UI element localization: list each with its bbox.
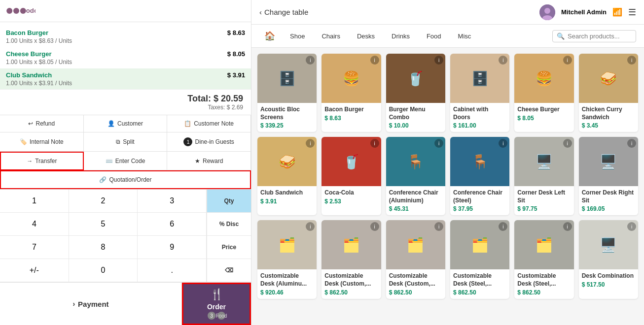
order-line-name: Cheese Burger <box>6 50 51 58</box>
category-bar: 🏠 Shoe Chairs Desks Drinks Food Misc 🔍 <box>251 25 644 48</box>
product-info-icon[interactable]: i <box>370 56 379 65</box>
num-key-9[interactable]: 9 <box>138 236 207 259</box>
quotation-order-button[interactable]: 🔗 Quotation/Order <box>0 170 251 189</box>
product-name: Customizable Desk (Steel,... <box>450 269 509 289</box>
product-card[interactable]: 🖥️ i Corner Desk Left Sit $ 97.75 <box>514 137 573 215</box>
product-name: Corner Desk Left Sit <box>514 186 573 205</box>
product-price: $ 862.50 <box>322 289 381 299</box>
split-icon: ⧉ <box>116 138 120 145</box>
product-card[interactable]: 🗂️ i Customizable Desk (Custom,... $ 862… <box>322 220 381 298</box>
enter-code-button[interactable]: ⌨️ Enter Code <box>84 152 168 170</box>
disc-button[interactable]: % Disc <box>207 213 251 236</box>
product-price: $ 169.05 <box>579 205 638 215</box>
product-card[interactable]: 🖥️ i Corner Desk Right Sit $ 169.05 <box>579 137 638 215</box>
num-key-8[interactable]: 8 <box>69 236 138 259</box>
refund-button[interactable]: ↩ Refund <box>0 115 84 132</box>
customer-note-icon: 📋 <box>184 120 191 127</box>
product-card[interactable]: 🗂️ i Customizable Desk (Custom,... $ 862… <box>386 220 445 298</box>
product-name: Cheese Burger <box>514 103 573 115</box>
refund-icon: ↩ <box>28 120 33 127</box>
order-line-price: $ 8.63 <box>227 29 245 36</box>
product-card[interactable]: 🥪 i Club Sandwich $ 3.91 <box>257 137 317 215</box>
product-card[interactable]: 🗄️ i Acoustic Bloc Screens $ 339.25 <box>257 54 317 132</box>
category-drinks-button[interactable]: Drinks <box>385 30 417 43</box>
product-price: $ 339.25 <box>257 122 317 132</box>
product-info-icon[interactable]: i <box>370 222 379 231</box>
price-button[interactable]: Price <box>207 236 251 259</box>
product-card[interactable]: 🍔 i Cheese Burger $ 8.05 <box>514 54 573 132</box>
product-card[interactable]: 🖥️ i Desk Combination $ 517.50 <box>579 220 638 298</box>
num-key-3[interactable]: 3 <box>138 190 207 213</box>
order-line[interactable]: Bacon Burger $ 8.63 1.00 Units x $8.63 /… <box>0 26 251 47</box>
num-key-5[interactable]: 5 <box>69 213 138 236</box>
product-card[interactable]: 🗂️ i Customizable Desk (Steel,... $ 862.… <box>450 220 509 298</box>
num-key-2[interactable]: 2 <box>69 190 138 213</box>
bottom-bar: › Payment 🍴 Order 3 Food <box>0 282 251 325</box>
product-price: $ 8.63 <box>322 115 381 125</box>
category-food-button[interactable]: Food <box>420 30 448 43</box>
product-card[interactable]: 🗂️ i Customizable Desk (Steel,... $ 862.… <box>514 220 573 298</box>
chevron-icon: › <box>72 300 75 308</box>
category-home-button[interactable]: 🏠 <box>259 29 280 43</box>
num-key-1[interactable]: 1 <box>0 190 69 213</box>
order-line-selected[interactable]: Club Sandwich $ 3.91 1.00 Units x $3.91 … <box>0 68 251 89</box>
product-info-icon[interactable]: i <box>563 222 572 231</box>
category-misc-button[interactable]: Misc <box>451 30 478 43</box>
num-key-6[interactable]: 6 <box>138 213 207 236</box>
product-info-icon[interactable]: i <box>370 139 379 148</box>
product-card[interactable]: 🥪 i Chicken Curry Sandwich $ 3.45 <box>579 54 638 132</box>
user-name: Mitchell Admin <box>561 8 607 16</box>
order-line[interactable]: Cheese Burger $ 8.05 1.00 Units x $8.05 … <box>0 47 251 68</box>
backspace-button[interactable]: ⌫ <box>207 259 251 282</box>
product-info-icon[interactable]: i <box>563 139 572 148</box>
product-card[interactable]: 🗂️ i Customizable Desk (Aluminu... $ 920… <box>257 220 317 298</box>
order-line-detail: 1.00 Units x $8.63 / Units <box>6 37 245 44</box>
product-card[interactable]: 🗄️ i Cabinet with Doors $ 161.00 <box>450 54 509 132</box>
product-card[interactable]: 🪑 i Conference Chair (Aluminium) $ 45.31 <box>386 137 445 215</box>
category-chairs-button[interactable]: Chairs <box>315 30 347 43</box>
num-key-plusminus[interactable]: +/- <box>0 259 69 282</box>
product-card[interactable]: 🥤 i Burger Menu Combo $ 10.00 <box>386 54 445 132</box>
search-input[interactable] <box>568 32 632 40</box>
num-key-dot[interactable]: . <box>138 259 207 282</box>
payment-button[interactable]: › Payment <box>0 283 182 325</box>
product-info-icon[interactable]: i <box>563 56 572 65</box>
svg-point-2 <box>20 8 26 14</box>
product-card[interactable]: 🥤 i Coca-Cola $ 2.53 <box>322 137 381 215</box>
order-line-detail: 1.00 Units x $8.05 / Units <box>6 59 245 65</box>
num-key-4[interactable]: 4 <box>0 213 69 236</box>
customer-icon: 👤 <box>107 120 115 127</box>
internal-note-button[interactable]: 🏷️ Internal Note <box>0 132 84 152</box>
product-name: Club Sandwich <box>257 186 317 198</box>
product-card[interactable]: 🪑 i Conference Chair (Steel) $ 37.95 <box>450 137 509 215</box>
top-bar-right: Mitchell Admin 📶 ☰ <box>539 4 636 20</box>
customer-note-button[interactable]: 📋 Customer Note <box>167 115 251 132</box>
product-card[interactable]: 🍔 i Bacon Burger $ 8.63 <box>322 54 381 132</box>
qty-button[interactable]: Qty <box>207 190 251 213</box>
product-price: $ 920.46 <box>257 289 317 299</box>
transfer-button[interactable]: → Transfer <box>0 152 84 170</box>
search-icon: 🔍 <box>557 32 565 40</box>
internal-note-icon: 🏷️ <box>20 138 27 145</box>
product-name: Chicken Curry Sandwich <box>579 103 638 122</box>
dine-in-guests-button[interactable]: 1 Dine-in Guests <box>167 132 251 152</box>
category-shoe-button[interactable]: Shoe <box>283 30 312 43</box>
split-button[interactable]: ⧉ Split <box>84 132 168 152</box>
product-price: $ 2.53 <box>322 198 381 208</box>
num-key-7[interactable]: 7 <box>0 236 69 259</box>
tax-line: Taxes: $ 2.69 <box>8 104 243 111</box>
back-button[interactable]: ‹ Change table <box>259 8 308 16</box>
num-key-0[interactable]: 0 <box>69 259 138 282</box>
product-price: $ 45.31 <box>386 205 445 215</box>
order-tab[interactable]: 🍴 Order 3 Food <box>182 283 251 325</box>
product-info-icon[interactable]: i <box>434 56 443 65</box>
reward-button[interactable]: ★ Reward <box>167 152 251 170</box>
customer-button[interactable]: 👤 Customer <box>84 115 168 132</box>
product-name: Cabinet with Doors <box>450 103 509 122</box>
product-name: Burger Menu Combo <box>386 103 445 122</box>
hamburger-menu-icon[interactable]: ☰ <box>628 7 636 18</box>
odoo-logo: odoo <box>6 4 36 18</box>
category-desks-button[interactable]: Desks <box>350 30 382 43</box>
top-bar: ‹ Change table Mitchell Admin 📶 ☰ <box>251 0 644 25</box>
product-info-icon[interactable]: i <box>627 56 636 65</box>
